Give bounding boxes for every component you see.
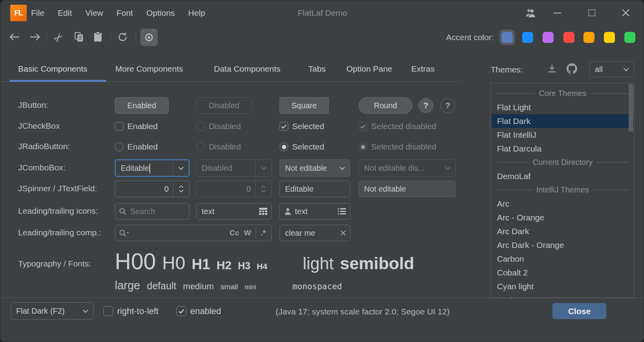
- jcheckbox-label: JCheckBox: [18, 121, 60, 131]
- theme-item-flat-dark[interactable]: Flat Dark: [491, 114, 634, 128]
- chevron-up-icon[interactable]: [179, 185, 184, 188]
- checkbox-enabled[interactable]: [115, 122, 123, 131]
- help-button-outline[interactable]: ?: [440, 98, 455, 113]
- accent-swatch[interactable]: [583, 32, 594, 43]
- theme-item-cyan-light[interactable]: Cyan light: [491, 279, 634, 293]
- text-field-person-list[interactable]: text: [280, 203, 350, 220]
- accent-swatch[interactable]: [604, 32, 615, 43]
- light-sample: light: [303, 254, 334, 273]
- monospaced-sample: monospaced: [293, 282, 342, 291]
- refresh-icon[interactable]: [118, 32, 128, 42]
- spinner-value: 0: [197, 181, 251, 197]
- list-icon[interactable]: [338, 203, 346, 219]
- whole-word-button[interactable]: W: [244, 229, 251, 237]
- radio-selected-disabled: [359, 142, 367, 151]
- checkbox-selected-disabled-label: Selected disabled: [371, 122, 436, 131]
- accent-swatch[interactable]: [563, 32, 574, 43]
- match-case-button[interactable]: Cc: [230, 229, 239, 237]
- checkbox-selected[interactable]: [280, 122, 288, 131]
- tab-extras[interactable]: Extras: [411, 64, 435, 74]
- accent-swatch: [502, 32, 513, 43]
- combobox-not-editable[interactable]: Not editable: [280, 159, 350, 177]
- chevron-down-icon[interactable]: [179, 190, 184, 192]
- minimize-button[interactable]: [554, 13, 561, 13]
- radio-selected-disabled-label: Selected disabled: [371, 142, 436, 152]
- text-caret: [149, 164, 150, 173]
- accent-swatch[interactable]: [543, 32, 554, 43]
- combobox-not-editable-disabled: Not editable dis...: [359, 159, 456, 177]
- search-field[interactable]: Search: [115, 203, 190, 220]
- jspinner-label: JSpinner / JTextField:: [18, 184, 97, 193]
- table-icon[interactable]: [259, 203, 267, 219]
- cut-icon[interactable]: ✂: [51, 30, 66, 46]
- enabled-checkbox[interactable]: [177, 306, 186, 316]
- search-with-options-field[interactable]: Cc W .*: [115, 225, 272, 241]
- maximize-button[interactable]: [589, 9, 595, 16]
- theme-item-arc-dark[interactable]: Arc Dark: [491, 224, 634, 238]
- h2-sample: H2: [217, 259, 232, 272]
- forward-button[interactable]: [29, 33, 40, 41]
- paste-icon[interactable]: [94, 31, 102, 42]
- theme-item-demolaf[interactable]: DemoLaf: [491, 169, 634, 183]
- tab-more-components[interactable]: More Components: [115, 64, 183, 74]
- search-dropdown-icon[interactable]: [119, 225, 129, 241]
- back-button[interactable]: [9, 33, 20, 41]
- clear-icon[interactable]: [340, 225, 346, 241]
- theme-item-flat-light[interactable]: Flat Light: [491, 100, 634, 114]
- accent-swatch[interactable]: [624, 32, 635, 43]
- enabled-button[interactable]: Enabled: [115, 97, 169, 114]
- users-icon[interactable]: [526, 9, 536, 18]
- mini-sample: mini: [245, 284, 256, 291]
- theme-item-cobalt-2[interactable]: Cobalt 2: [491, 266, 634, 279]
- tab-option-pane[interactable]: Option Pane: [346, 64, 392, 74]
- close-button[interactable]: Close: [552, 303, 606, 319]
- app-window: FL File Edit View Font Options Help Flat…: [0, 0, 644, 342]
- themes-scrollbar-thumb[interactable]: [629, 84, 633, 131]
- chevron-down-icon[interactable]: [334, 160, 350, 176]
- separator-line: [497, 93, 534, 94]
- theme-item-carbon[interactable]: Carbon: [491, 252, 634, 266]
- theme-item-arc-dark-orange[interactable]: Arc Dark - Orange: [491, 238, 634, 252]
- laf-selector-combo[interactable]: Flat Dark (F2): [11, 302, 94, 320]
- rtl-checkbox-label: right-to-left: [117, 306, 158, 316]
- copy-icon[interactable]: [74, 32, 84, 42]
- clear-me-field[interactable]: clear me: [280, 225, 350, 241]
- accent-swatch[interactable]: [522, 32, 533, 43]
- radio-selected[interactable]: [280, 142, 288, 151]
- tab-tabs[interactable]: Tabs: [308, 64, 326, 74]
- small-sample: small: [221, 283, 238, 291]
- theme-item-flat-intellij[interactable]: Flat IntelliJ: [491, 128, 634, 142]
- text-field-table-icon[interactable]: text: [196, 203, 272, 220]
- theme-item-arc[interactable]: Arc: [491, 197, 634, 211]
- checkbox-enabled-label: Enabled: [127, 122, 158, 131]
- accent-color-label: Accent color:: [446, 33, 494, 42]
- chevron-down-icon[interactable]: [618, 62, 634, 77]
- semibold-sample: semibold: [340, 254, 414, 273]
- spinner-value[interactable]: 0: [115, 181, 169, 197]
- accent-swatch-selected[interactable]: [499, 30, 515, 45]
- h00-sample: H00: [115, 248, 156, 274]
- textfield-editable[interactable]: Editable: [280, 181, 350, 197]
- combobox-editable[interactable]: Editable: [115, 159, 190, 177]
- tab-data-components[interactable]: Data Components: [214, 64, 280, 74]
- close-window-button[interactable]: [622, 9, 629, 17]
- theme-item-arc-orange[interactable]: Arc - Orange: [491, 211, 634, 224]
- radio-enabled[interactable]: [115, 142, 123, 151]
- round-button[interactable]: Round: [359, 97, 412, 114]
- spinner-enabled[interactable]: 0: [115, 181, 190, 197]
- github-icon[interactable]: [567, 63, 577, 74]
- chevron-down-icon[interactable]: [77, 303, 93, 319]
- square-button[interactable]: Square: [280, 97, 329, 114]
- help-button-filled[interactable]: ?: [418, 98, 433, 113]
- rtl-checkbox[interactable]: [103, 306, 113, 316]
- chevron-down-icon[interactable]: [173, 160, 189, 176]
- theme-item-flat-darcula[interactable]: Flat Darcula: [491, 142, 634, 155]
- tab-basic-components[interactable]: Basic Components: [18, 64, 87, 74]
- regex-button[interactable]: .*: [261, 229, 266, 237]
- themes-filter-combo[interactable]: all: [589, 61, 634, 77]
- combobox-value: Editable: [121, 160, 149, 176]
- jradiobutton-label: JRadioButton:: [18, 142, 70, 151]
- show-hints-toggle[interactable]: [140, 29, 158, 46]
- spinner-arrows[interactable]: [173, 181, 189, 197]
- download-icon[interactable]: [547, 64, 557, 73]
